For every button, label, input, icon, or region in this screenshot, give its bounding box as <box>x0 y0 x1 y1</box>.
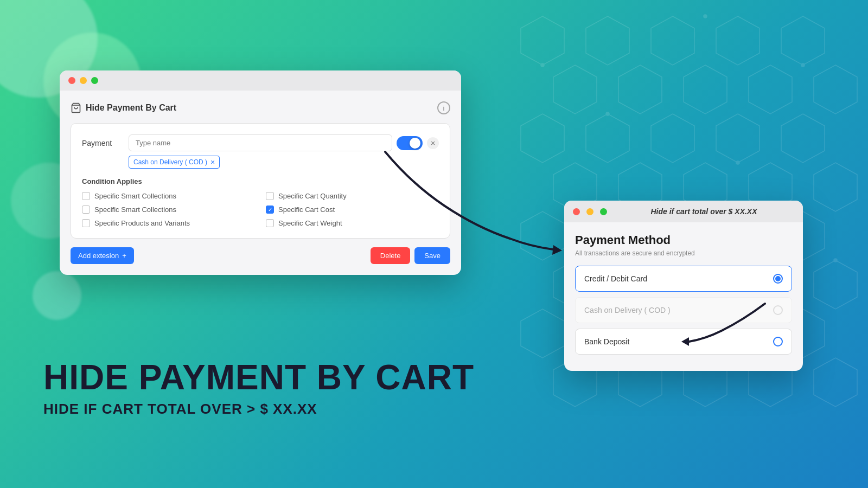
svg-marker-30 <box>521 309 564 358</box>
payment-label: Payment <box>82 134 120 147</box>
svg-point-42 <box>704 15 707 18</box>
condition-label-smart-collections-2: Specific Smart Collections <box>94 206 176 214</box>
svg-marker-4 <box>781 16 825 65</box>
svg-marker-9 <box>814 65 857 114</box>
svg-marker-1 <box>586 16 629 65</box>
checkbox-cart-cost[interactable]: ✓ <box>266 206 274 214</box>
payment-tl-green[interactable] <box>600 208 607 215</box>
svg-point-43 <box>801 63 805 67</box>
payment-window-hint: Hide if cart total over $ XX.XX <box>614 207 794 216</box>
arrow-1 <box>369 141 586 260</box>
traffic-light-green[interactable] <box>91 77 98 84</box>
radio-inner-credit-card <box>775 276 781 281</box>
payment-window-titlebar: Hide if cart total over $ XX.XX <box>564 201 803 222</box>
svg-marker-11 <box>586 114 629 163</box>
svg-marker-50 <box>552 245 562 255</box>
svg-marker-3 <box>716 16 760 65</box>
admin-window-titlebar <box>60 70 461 91</box>
svg-marker-5 <box>553 65 597 114</box>
svg-marker-13 <box>716 114 760 163</box>
svg-marker-8 <box>749 65 792 114</box>
info-icon[interactable]: i <box>437 101 450 114</box>
svg-marker-51 <box>681 337 689 346</box>
bg-blob-4 <box>33 271 81 320</box>
payment-secure-text: All transactions are secure and encrypte… <box>575 249 792 257</box>
svg-marker-12 <box>651 114 694 163</box>
checkbox-products-variants[interactable] <box>82 219 90 227</box>
payment-tl-red[interactable] <box>573 208 580 215</box>
admin-window-title-row: Hide Payment By Cart <box>71 102 176 113</box>
cart-icon <box>71 102 81 113</box>
svg-marker-0 <box>521 16 564 65</box>
cod-tag-remove[interactable]: × <box>210 158 215 166</box>
add-extension-button[interactable]: Add extesion + <box>71 247 134 264</box>
condition-label-cart-weight: Specific Cart Weight <box>278 219 342 227</box>
traffic-light-red[interactable] <box>68 77 75 84</box>
svg-point-40 <box>541 63 544 67</box>
svg-marker-7 <box>684 65 727 114</box>
bank-deposit-label: Bank Deposit <box>584 337 629 346</box>
arrow-2 <box>667 287 776 352</box>
svg-marker-39 <box>814 358 857 407</box>
checkbox-smart-collections-2[interactable] <box>82 206 90 214</box>
svg-marker-2 <box>651 16 694 65</box>
svg-marker-19 <box>814 163 857 211</box>
svg-point-44 <box>736 161 739 164</box>
main-title: HIDE PAYMENT BY CART <box>43 358 474 396</box>
checkbox-cart-weight[interactable] <box>266 219 274 227</box>
checkbox-cart-quantity[interactable] <box>266 192 274 200</box>
checkbox-smart-collections-1[interactable] <box>82 192 90 200</box>
condition-item-smart-collections-1: Specific Smart Collections <box>82 192 255 200</box>
add-extension-icon: + <box>122 252 126 260</box>
svg-marker-6 <box>618 65 662 114</box>
condition-label-cart-cost: Specific Cart Cost <box>278 206 335 214</box>
sub-title: HIDE IF CART TOTAL OVER > $ XX.XX <box>43 401 474 418</box>
condition-label-cart-quantity: Specific Cart Quantity <box>278 192 347 200</box>
svg-point-41 <box>606 112 609 115</box>
svg-marker-29 <box>814 260 857 309</box>
payment-tl-yellow[interactable] <box>586 208 593 215</box>
left-text-block: HIDE PAYMENT BY CART HIDE IF CART TOTAL … <box>43 358 474 418</box>
payment-name-input[interactable] <box>129 134 392 151</box>
svg-marker-14 <box>781 114 825 163</box>
cod-tag: Cash on Delivery ( COD ) × <box>129 156 220 169</box>
condition-label-smart-collections-1: Specific Smart Collections <box>94 192 176 200</box>
cod-label: Cash on Delivery ( COD ) <box>584 306 671 314</box>
admin-window-header: Hide Payment By Cart i <box>71 101 450 114</box>
payment-method-title: Payment Method <box>575 233 792 247</box>
condition-item-products-variants: Specific Products and Variants <box>82 219 255 227</box>
condition-item-smart-collections-2: Specific Smart Collections <box>82 206 255 214</box>
credit-card-label: Credit / Debit Card <box>584 274 647 283</box>
cod-tag-label: Cash on Delivery ( COD ) <box>133 158 207 166</box>
add-extension-label: Add extesion <box>78 252 119 260</box>
svg-point-46 <box>834 259 837 262</box>
admin-window-title: Hide Payment By Cart <box>86 103 176 113</box>
condition-label-products-variants: Specific Products and Variants <box>94 219 190 227</box>
traffic-light-yellow[interactable] <box>80 77 87 84</box>
radio-credit-card <box>773 274 783 284</box>
